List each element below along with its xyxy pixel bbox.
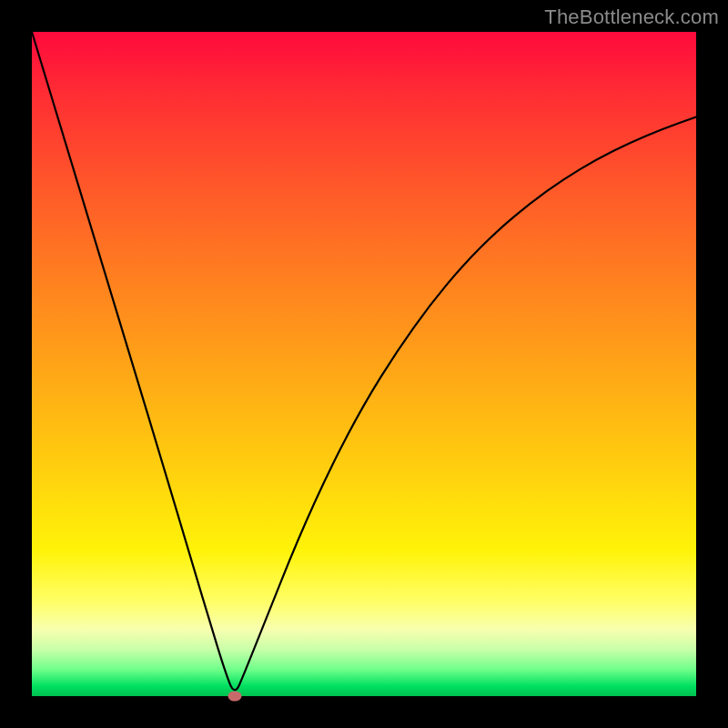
plot-area [32,32,696,696]
minimum-marker [228,692,241,702]
chart-frame: TheBottleneck.com [0,0,728,728]
watermark-text: TheBottleneck.com [544,5,719,29]
bottleneck-curve [32,32,696,696]
